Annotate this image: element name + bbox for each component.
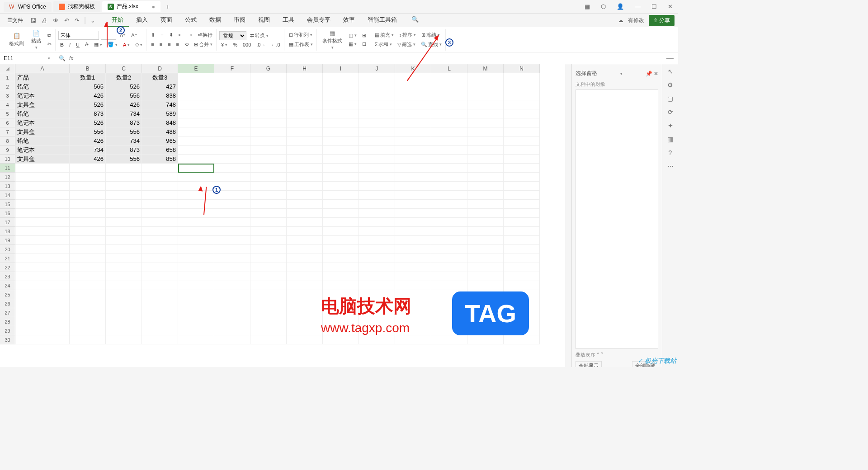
cell-I9[interactable] (323, 146, 359, 155)
row-col-button[interactable]: ⊞行和列▾ (287, 31, 314, 39)
cell-N21[interactable] (504, 254, 540, 263)
cell-F24[interactable] (214, 281, 250, 290)
font-color-icon[interactable]: A▾ (121, 41, 132, 48)
cell-J30[interactable] (359, 335, 395, 344)
cell-F17[interactable] (214, 218, 250, 227)
wrap-button[interactable]: ⏎换行 (196, 31, 214, 39)
cell-H25[interactable] (287, 290, 323, 299)
row-header-16[interactable]: 16 (0, 209, 15, 218)
cell-L23[interactable] (431, 272, 467, 281)
cell-B28[interactable] (70, 317, 106, 326)
apps-icon[interactable]: ▦ (583, 2, 592, 11)
cell-C16[interactable] (106, 209, 142, 218)
cell-K20[interactable] (395, 245, 431, 254)
cell-B27[interactable] (70, 308, 106, 317)
cell-I24[interactable] (323, 281, 359, 290)
ribbon-tab-efficiency[interactable]: 效率 (338, 14, 360, 27)
cloud-icon[interactable]: ☁ (618, 17, 623, 24)
cell-L21[interactable] (431, 254, 467, 263)
row-header-4[interactable]: 4 (0, 100, 15, 109)
col-header-L[interactable]: L (431, 64, 467, 73)
cell-A12[interactable] (15, 173, 70, 182)
cell-L8[interactable] (431, 136, 467, 146)
cell-J16[interactable] (359, 209, 395, 218)
cell-L9[interactable] (431, 146, 467, 155)
cell-D29[interactable] (142, 326, 178, 335)
cell-D6[interactable]: 848 (142, 118, 178, 127)
show-all-button[interactable]: 全部显示 (576, 361, 602, 367)
cell-H9[interactable] (287, 146, 323, 155)
ribbon-tab-formula[interactable]: 公式 (179, 14, 202, 27)
cell-L26[interactable] (431, 299, 467, 308)
cell-I2[interactable] (323, 82, 359, 91)
cell-J28[interactable] (359, 317, 395, 326)
row-header-3[interactable]: 3 (0, 91, 15, 100)
cell-E22[interactable] (178, 263, 214, 272)
row-header-28[interactable]: 28 (0, 317, 15, 326)
cell-K21[interactable] (395, 254, 431, 263)
cell-I19[interactable] (323, 236, 359, 245)
ribbon-tab-home[interactable]: 开始 (106, 14, 129, 27)
cell-J12[interactable] (359, 173, 395, 182)
cell-N1[interactable] (504, 73, 540, 82)
row-header-15[interactable]: 15 (0, 200, 15, 209)
cell-H10[interactable] (287, 155, 323, 164)
minimize-button[interactable]: — (633, 2, 642, 11)
cell-C11[interactable] (106, 164, 142, 173)
align-top-icon[interactable]: ⬆ (149, 31, 157, 39)
layout-icon[interactable]: ▥ (667, 136, 673, 143)
cell-F10[interactable] (214, 155, 250, 164)
cell-D20[interactable] (142, 245, 178, 254)
cell-A10[interactable]: 文具盒 (15, 155, 70, 164)
border-icon[interactable]: ▦▾ (92, 41, 104, 48)
cell-M25[interactable] (467, 290, 504, 299)
cell-H18[interactable] (287, 227, 323, 236)
indent-right-icon[interactable]: ⇥ (186, 31, 194, 39)
col-header-H[interactable]: H (287, 64, 323, 73)
cell-E10[interactable] (178, 155, 214, 164)
cell-A2[interactable]: 铅笔 (15, 82, 70, 91)
cell-L30[interactable] (431, 335, 467, 344)
cell-A24[interactable] (15, 281, 70, 290)
cell-G21[interactable] (250, 254, 287, 263)
cell-B19[interactable] (70, 236, 106, 245)
close-button[interactable]: ✕ (666, 2, 675, 11)
row-header-10[interactable]: 10 (0, 155, 15, 164)
cell-M21[interactable] (467, 254, 504, 263)
cell-E8[interactable] (178, 136, 214, 146)
cell-E19[interactable] (178, 236, 214, 245)
cell-L5[interactable] (431, 109, 467, 118)
cell-L6[interactable] (431, 118, 467, 127)
cell-E9[interactable] (178, 146, 214, 155)
cell-D5[interactable]: 589 (142, 109, 178, 118)
cell-L19[interactable] (431, 236, 467, 245)
cell-N12[interactable] (504, 173, 540, 182)
cell-F19[interactable] (214, 236, 250, 245)
cell-J6[interactable] (359, 118, 395, 127)
cell-J9[interactable] (359, 146, 395, 155)
cell-K5[interactable] (395, 109, 431, 118)
strikethrough-icon[interactable]: A̶ (83, 41, 90, 48)
align-middle-icon[interactable]: ≡ (159, 31, 165, 38)
cell-L12[interactable] (431, 173, 467, 182)
cell-H8[interactable] (287, 136, 323, 146)
cell-B26[interactable] (70, 299, 106, 308)
decrease-decimal-icon[interactable]: ←.0 (269, 41, 282, 48)
cell-G25[interactable] (250, 290, 287, 299)
cell-N23[interactable] (504, 272, 540, 281)
cell-A25[interactable] (15, 290, 70, 299)
cell-C15[interactable] (106, 200, 142, 209)
cell-I26[interactable] (323, 299, 359, 308)
cell-G13[interactable] (250, 182, 287, 191)
cell-M3[interactable] (467, 91, 504, 100)
cell-D24[interactable] (142, 281, 178, 290)
cell-N6[interactable] (504, 118, 540, 127)
cell-N15[interactable] (504, 200, 540, 209)
cell-K10[interactable] (395, 155, 431, 164)
cell-B22[interactable] (70, 263, 106, 272)
cell-C14[interactable] (106, 191, 142, 200)
cell-A29[interactable] (15, 326, 70, 335)
cell-D11[interactable] (142, 164, 178, 173)
tab-template[interactable]: 找稻壳模板 (53, 1, 100, 12)
cell-K6[interactable] (395, 118, 431, 127)
